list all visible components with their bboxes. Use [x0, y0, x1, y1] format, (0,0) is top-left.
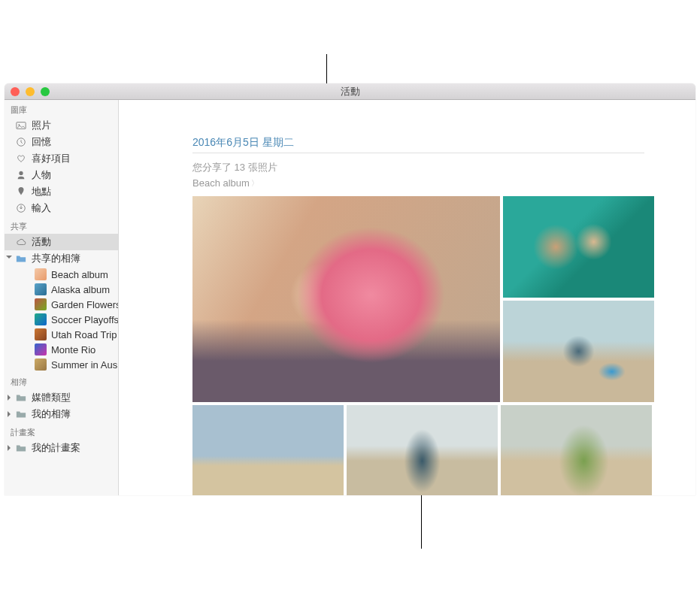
- sidebar-album-alaska[interactable]: Alaska album: [5, 282, 118, 297]
- minimize-button[interactable]: [26, 87, 35, 96]
- sidebar-item-my-projects[interactable]: 我的計畫案: [5, 440, 118, 456]
- sidebar-item-label: 照片: [32, 119, 51, 132]
- sidebar-item-label: Alaska album: [51, 284, 110, 295]
- clock-icon: [15, 136, 27, 148]
- sidebar-item-label: 我的計畫案: [32, 441, 80, 455]
- photo-grid-row: [192, 405, 644, 495]
- chevron-right-icon: 〉: [251, 178, 259, 189]
- photo-thumbnail[interactable]: [501, 405, 652, 495]
- sidebar-item-my-albums[interactable]: 我的相簿: [5, 406, 118, 422]
- window-controls: [11, 87, 50, 96]
- album-thumb-icon: [35, 328, 47, 340]
- event-album-name: Beach album: [192, 177, 250, 189]
- photos-icon: [15, 120, 27, 132]
- heart-icon: [15, 153, 27, 165]
- sidebar-item-label: 我的相簿: [32, 407, 71, 421]
- sidebar: 圖庫 照片 回憶 喜好項目 人物 地點: [5, 100, 119, 495]
- sidebar-item-label: 地點: [32, 185, 51, 198]
- sidebar-section-library: 圖庫: [5, 100, 118, 117]
- folder-icon: [15, 442, 27, 454]
- sidebar-section-albums: 相簿: [5, 372, 118, 389]
- cloud-icon: [15, 236, 27, 248]
- sidebar-item-people[interactable]: 人物: [5, 167, 118, 183]
- sidebar-section-shared: 共享: [5, 216, 118, 234]
- sidebar-item-shared-albums[interactable]: 共享的相簿: [5, 250, 118, 267]
- sidebar-item-places[interactable]: 地點: [5, 183, 118, 200]
- app-window: 活動 圖庫 照片 回憶 喜好項目 人物 地點: [5, 83, 695, 495]
- sidebar-section-projects: 計畫案: [5, 422, 118, 440]
- sidebar-item-label: 回憶: [32, 135, 51, 149]
- fullscreen-button[interactable]: [41, 87, 50, 96]
- person-icon: [15, 169, 27, 181]
- event-subtitle: 您分享了 13 張照片: [192, 161, 644, 174]
- photo-grid: [192, 196, 644, 402]
- album-thumb-icon: [35, 268, 47, 280]
- pin-icon: [15, 186, 27, 198]
- sidebar-item-label: Soccer Playoffs: [51, 314, 118, 325]
- event-date: 2016年6月5日 星期二: [192, 136, 644, 153]
- sidebar-item-label: Beach album: [51, 269, 108, 280]
- album-thumb-icon: [35, 283, 47, 295]
- sidebar-item-photos[interactable]: 照片: [5, 117, 118, 134]
- callout-line-bottom: [421, 495, 422, 549]
- sidebar-item-label: 媒體類型: [32, 391, 71, 404]
- window-title: 活動: [341, 85, 360, 98]
- content-area: 2016年6月5日 星期二 您分享了 13 張照片 Beach album 〉: [119, 100, 695, 495]
- folder-icon: [15, 408, 27, 420]
- sidebar-item-favorites[interactable]: 喜好項目: [5, 150, 118, 167]
- titlebar: 活動: [5, 83, 695, 100]
- photo-thumbnail[interactable]: [503, 301, 654, 402]
- sidebar-item-label: 喜好項目: [32, 152, 71, 165]
- svg-point-3: [19, 171, 23, 175]
- photo-thumbnail[interactable]: [503, 196, 654, 298]
- photo-thumbnail[interactable]: [192, 196, 500, 402]
- sidebar-album-utah[interactable]: Utah Road Trip: [5, 327, 118, 342]
- album-thumb-icon: [35, 359, 47, 371]
- sidebar-album-garden[interactable]: Garden Flowers: [5, 297, 118, 312]
- sidebar-album-beach[interactable]: Beach album: [5, 267, 118, 282]
- sidebar-item-label: 共享的相簿: [32, 252, 80, 265]
- import-icon: [15, 202, 27, 214]
- sidebar-item-activity[interactable]: 活動: [5, 234, 118, 250]
- sidebar-album-soccer[interactable]: Soccer Playoffs: [5, 312, 118, 327]
- folder-icon: [15, 253, 27, 265]
- sidebar-item-label: Monte Rio: [51, 344, 95, 355]
- photo-thumbnail[interactable]: [347, 405, 498, 495]
- sidebar-item-media-types[interactable]: 媒體類型: [5, 389, 118, 406]
- close-button[interactable]: [11, 87, 20, 96]
- album-thumb-icon: [35, 313, 47, 325]
- photo-thumbnail[interactable]: [192, 405, 344, 495]
- sidebar-item-label: Garden Flowers: [51, 299, 118, 310]
- sidebar-album-monte[interactable]: Monte Rio: [5, 342, 118, 357]
- event-album-link[interactable]: Beach album 〉: [192, 177, 644, 189]
- sidebar-item-memories[interactable]: 回憶: [5, 134, 118, 150]
- sidebar-album-summer[interactable]: Summer in Aus…: [5, 357, 118, 372]
- album-thumb-icon: [35, 298, 47, 310]
- album-thumb-icon: [35, 343, 47, 355]
- sidebar-item-label: 人物: [32, 168, 51, 182]
- sidebar-item-label: Summer in Aus…: [51, 359, 118, 371]
- sidebar-item-label: 輸入: [32, 201, 51, 215]
- folder-icon: [15, 392, 27, 404]
- sidebar-item-label: 活動: [32, 235, 51, 249]
- sidebar-item-imports[interactable]: 輸入: [5, 200, 118, 216]
- sidebar-item-label: Utah Road Trip: [51, 329, 117, 340]
